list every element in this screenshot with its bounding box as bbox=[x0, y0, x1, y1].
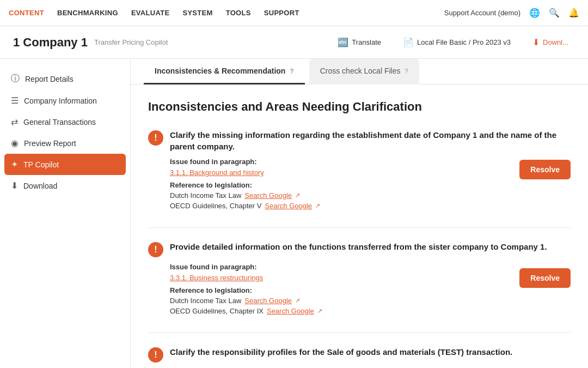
sidebar-item-company-information[interactable]: ☰ Company Information bbox=[0, 90, 130, 111]
list-icon: ☰ bbox=[11, 95, 19, 106]
sidebar: ⓘ Report Details ☰ Company Information ⇄… bbox=[0, 59, 131, 368]
download-sidebar-icon: ⬇ bbox=[11, 180, 18, 191]
nav-item-support[interactable]: SUPPORT bbox=[264, 9, 299, 17]
issue-found-label-2: Issue found in paragraph: bbox=[170, 263, 571, 271]
content-area: Inconsistencies and Areas Needing Clarif… bbox=[131, 85, 588, 368]
eye-icon: ◉ bbox=[11, 138, 19, 148]
issue-found-label-1: Issue found in paragraph: bbox=[170, 158, 571, 166]
page-title: 1 Company 1 bbox=[13, 35, 88, 50]
sidebar-item-general-transactions[interactable]: ⇄ General Transactions bbox=[0, 111, 130, 132]
ref-search-link-1b[interactable]: Search Google bbox=[265, 202, 312, 210]
issue-found-link-2[interactable]: 3.3.1. Business restructurings bbox=[170, 274, 263, 282]
ref-text-2a: Dutch Income Tax Law bbox=[170, 297, 241, 305]
ref-search-link-2a[interactable]: Search Google bbox=[244, 297, 292, 305]
issue-text-3: Clarify the responsibility profiles for … bbox=[170, 346, 571, 358]
ext-icon-2a: ↗ bbox=[295, 297, 300, 304]
local-file-button[interactable]: 📄 Local File Basic / Pro 2023 v3 bbox=[396, 34, 517, 51]
issue-found-link-1[interactable]: 3.1.1. Background and history bbox=[170, 168, 264, 177]
issue-header-3: ! Clarify the responsibility profiles fo… bbox=[148, 346, 571, 363]
issue-ref-label-2: Reference to legislation: bbox=[170, 286, 571, 294]
issue-card-2: ! Provide detailed information on the fu… bbox=[148, 241, 571, 315]
ref-text-1b: OECD Guidelines, Chapter V bbox=[170, 202, 261, 210]
sidebar-item-download[interactable]: ⬇ Download bbox=[0, 175, 130, 196]
ext-icon-1b: ↗ bbox=[315, 202, 320, 209]
issue-ref-line-2b: OECD Guidelines, Chapter IX Search Googl… bbox=[170, 307, 571, 315]
ext-icon-2b: ↗ bbox=[317, 307, 322, 315]
tab-question-1: ? bbox=[290, 68, 293, 75]
main-layout: ⓘ Report Details ☰ Company Information ⇄… bbox=[0, 59, 588, 368]
issue-alert-icon-3: ! bbox=[148, 347, 163, 363]
file-icon: 📄 bbox=[403, 37, 414, 47]
issue-header-2: ! Provide detailed information on the fu… bbox=[148, 241, 571, 257]
issue-detail-2: Issue found in paragraph: 3.3.1. Busines… bbox=[170, 263, 571, 315]
resolve-button-2[interactable]: Resolve bbox=[519, 268, 571, 288]
main-content: Inconsistencies & Recommendation ? Cross… bbox=[131, 59, 588, 368]
issue-header-1: ! Clarify the missing information regard… bbox=[148, 129, 571, 152]
arrows-icon: ⇄ bbox=[11, 117, 18, 127]
nav-items: CONTENT BENCHMARKING EVALUATE SYSTEM TOO… bbox=[9, 9, 444, 17]
ref-text-2b: OECD Guidelines, Chapter IX bbox=[170, 307, 264, 315]
nav-item-benchmarking[interactable]: BENCHMARKING bbox=[57, 9, 118, 17]
ref-search-link-1a[interactable]: Search Google bbox=[244, 191, 292, 200]
issue-text-2: Provide detailed information on the func… bbox=[170, 241, 571, 252]
info-icon: ⓘ bbox=[11, 73, 20, 85]
nav-item-content[interactable]: CONTENT bbox=[9, 9, 44, 17]
section-heading: Inconsistencies and Areas Needing Clarif… bbox=[148, 100, 571, 114]
sidebar-item-tp-copilot[interactable]: ✦ TP Copilot bbox=[4, 154, 126, 175]
tab-question-2: ? bbox=[405, 68, 408, 75]
issue-card-3: ! Clarify the responsibility profiles fo… bbox=[148, 346, 571, 368]
bell-icon[interactable]: 🔔 bbox=[568, 8, 579, 19]
issue-ref-line-1b: OECD Guidelines, Chapter V Search Google… bbox=[170, 202, 571, 210]
sidebar-item-preview-report[interactable]: ◉ Preview Report bbox=[0, 132, 130, 154]
issue-ref-line-2a: Dutch Income Tax Law Search Google ↗ bbox=[170, 297, 571, 305]
top-navigation: CONTENT BENCHMARKING EVALUATE SYSTEM TOO… bbox=[0, 0, 588, 26]
issue-text-1: Clarify the missing information regardin… bbox=[170, 129, 571, 152]
divider-2 bbox=[148, 333, 571, 333]
header-actions: 🔤 Translate 📄 Local File Basic / Pro 202… bbox=[331, 34, 575, 51]
issue-card-1: ! Clarify the missing information regard… bbox=[148, 129, 571, 210]
issue-alert-icon-1: ! bbox=[148, 130, 163, 146]
ext-icon-1a: ↗ bbox=[295, 192, 300, 199]
issue-ref-label-1: Reference to legislation: bbox=[170, 181, 571, 189]
tab-inconsistencies[interactable]: Inconsistencies & Recommendation ? bbox=[144, 59, 305, 85]
tabs-bar: Inconsistencies & Recommendation ? Cross… bbox=[131, 59, 588, 85]
translate-icon: 🔤 bbox=[338, 37, 348, 47]
ref-text-1a: Dutch Income Tax Law bbox=[170, 191, 241, 200]
resolve-button-1[interactable]: Resolve bbox=[519, 160, 571, 179]
download-header-button[interactable]: ⬇ Downl... bbox=[526, 34, 575, 51]
nav-item-evaluate[interactable]: EVALUATE bbox=[131, 9, 170, 17]
globe-icon[interactable]: 🌐 bbox=[529, 8, 540, 19]
copilot-icon: ✦ bbox=[11, 159, 18, 170]
issue-ref-line-1a: Dutch Income Tax Law Search Google ↗ bbox=[170, 191, 571, 200]
tab-cross-check[interactable]: Cross check Local Files ? bbox=[309, 59, 419, 85]
translate-button[interactable]: 🔤 Translate bbox=[331, 34, 388, 51]
ref-search-link-2b[interactable]: Search Google bbox=[267, 307, 314, 315]
page-header: 1 Company 1 Transfer Pricing Copilot 🔤 T… bbox=[0, 26, 588, 59]
sidebar-item-report-details[interactable]: ⓘ Report Details bbox=[0, 68, 130, 90]
download-icon: ⬇ bbox=[532, 37, 540, 47]
nav-right: Support Account (demo) 🌐 🔍 🔔 bbox=[444, 8, 579, 19]
divider-1 bbox=[148, 227, 571, 228]
issue-alert-icon-2: ! bbox=[148, 242, 163, 257]
nav-item-system[interactable]: SYSTEM bbox=[182, 9, 212, 17]
search-icon[interactable]: 🔍 bbox=[549, 8, 560, 19]
issue-detail-1: Issue found in paragraph: 3.1.1. Backgro… bbox=[170, 158, 571, 210]
page-subtitle: Transfer Pricing Copilot bbox=[94, 38, 168, 46]
nav-item-tools[interactable]: TOOLS bbox=[226, 9, 251, 17]
support-account-label[interactable]: Support Account (demo) bbox=[444, 9, 520, 17]
